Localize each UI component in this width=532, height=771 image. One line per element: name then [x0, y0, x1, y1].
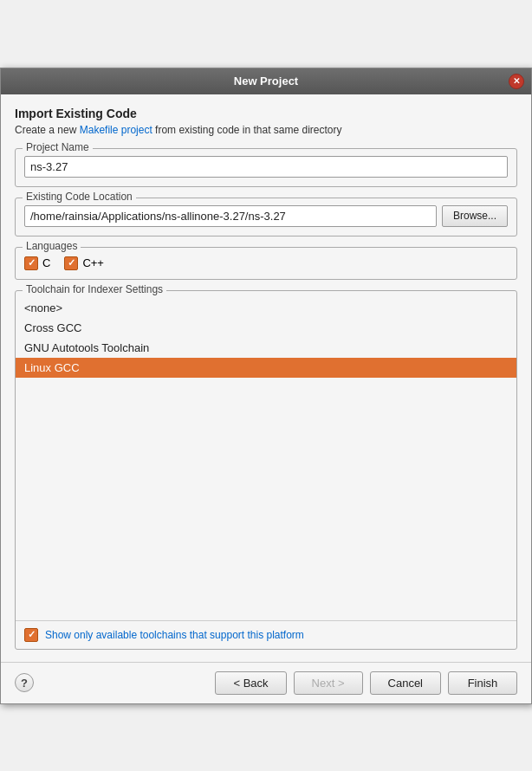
- titlebar: New Project ✕: [1, 68, 531, 94]
- existing-code-input[interactable]: [24, 205, 437, 227]
- content-area: Import Existing Code Create a new Makefi…: [1, 94, 531, 662]
- header-section: Import Existing Code Create a new Makefi…: [15, 107, 517, 138]
- project-name-group: Project Name: [15, 148, 517, 187]
- footer-left: ?: [15, 673, 34, 692]
- toolchain-item-none[interactable]: <none>: [16, 298, 516, 318]
- next-button[interactable]: Next >: [294, 671, 363, 695]
- toolchain-item-gnu-autotools[interactable]: GNU Autotools Toolchain: [16, 338, 516, 358]
- desc-text-2: from existing code in that same director…: [152, 124, 342, 136]
- toolchain-label: Toolchain for Indexer Settings: [23, 283, 166, 295]
- languages-label: Languages: [23, 240, 81, 252]
- toolchain-spacer: [16, 378, 516, 620]
- existing-code-row: Browse...: [24, 205, 508, 227]
- back-button[interactable]: < Back: [215, 671, 286, 695]
- help-button[interactable]: ?: [15, 673, 34, 692]
- platform-checkbox-icon[interactable]: ✓: [24, 628, 38, 642]
- project-name-label: Project Name: [23, 141, 93, 153]
- makefile-link[interactable]: Makefile project: [80, 124, 152, 136]
- finish-button[interactable]: Finish: [448, 671, 517, 695]
- section-title: Import Existing Code: [15, 107, 517, 120]
- section-description: Create a new Makefile project from exist…: [15, 122, 517, 138]
- existing-code-group: Existing Code Location Browse...: [15, 198, 517, 236]
- c-label: C: [42, 256, 50, 269]
- cpp-label: C++: [82, 256, 104, 269]
- toolchain-item-linux-gcc[interactable]: Linux GCC: [16, 358, 516, 378]
- dialog-window: New Project ✕ Import Existing Code Creat…: [0, 68, 532, 704]
- browse-button[interactable]: Browse...: [442, 205, 508, 227]
- footer-right: < Back Next > Cancel Finish: [215, 671, 517, 695]
- language-cpp-checkbox[interactable]: ✓ C++: [64, 256, 104, 270]
- cancel-button[interactable]: Cancel: [370, 671, 441, 695]
- window-title: New Project: [23, 75, 509, 87]
- close-button[interactable]: ✕: [509, 74, 524, 89]
- platform-text: Show only available toolchains that supp…: [45, 629, 304, 641]
- cpp-checkbox-icon: ✓: [64, 256, 78, 270]
- project-name-input[interactable]: [24, 156, 508, 178]
- toolchain-item-cross-gcc[interactable]: Cross GCC: [16, 318, 516, 338]
- toolchain-list: <none> Cross GCC GNU Autotools Toolchain…: [16, 298, 516, 620]
- language-c-checkbox[interactable]: ✓ C: [24, 256, 50, 270]
- existing-code-label: Existing Code Location: [23, 191, 136, 203]
- languages-group: Languages ✓ C ✓ C++: [15, 247, 517, 280]
- platform-row: ✓ Show only available toolchains that su…: [16, 620, 516, 649]
- languages-row: ✓ C ✓ C++: [24, 256, 508, 270]
- footer: ? < Back Next > Cancel Finish: [1, 662, 531, 703]
- toolchain-group: Toolchain for Indexer Settings <none> Cr…: [15, 290, 517, 650]
- desc-text-1: Create a new: [15, 124, 80, 136]
- c-checkbox-icon: ✓: [24, 256, 38, 270]
